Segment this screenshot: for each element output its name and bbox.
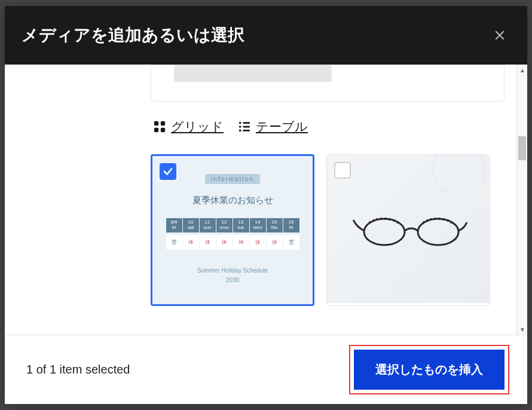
close-button[interactable] [489,25,510,46]
svg-point-25 [442,218,445,221]
view-grid-button[interactable]: グリッド [153,118,224,135]
view-table-button[interactable]: テーブル [238,118,308,135]
svg-point-6 [239,126,241,128]
svg-point-8 [239,130,241,132]
list-icon [238,120,251,133]
selection-count: 1 of 1 item selected [26,363,130,377]
svg-point-17 [389,218,391,221]
poster-calendar-body: 営 休 休 休 休 休 休 営 [166,235,299,249]
view-switch: グリッド テーブル [151,118,505,135]
scroll-down-button[interactable]: ▼ [517,324,527,335]
scrollbar-thumb[interactable] [518,136,526,160]
svg-point-26 [447,219,449,222]
svg-point-19 [396,221,399,224]
close-icon [494,29,506,41]
content: グリッド テーブル [5,65,516,306]
svg-rect-2 [154,128,158,132]
svg-point-23 [434,218,436,220]
media-thumbnail [327,155,490,303]
view-table-label: テーブル [256,118,308,135]
checkmark-icon [163,166,173,177]
svg-point-18 [393,219,395,222]
svg-point-27 [450,221,452,224]
svg-rect-3 [161,128,165,132]
scrollbar[interactable]: ▲ ▼ [516,65,527,335]
svg-point-12 [369,221,371,224]
dropzone-placeholder [174,65,332,82]
svg-point-14 [376,218,378,221]
svg-rect-0 [154,121,158,126]
svg-rect-9 [243,130,250,131]
poster-info-pill: information [205,174,259,184]
svg-point-4 [239,122,241,124]
svg-point-21 [426,219,429,222]
grid-icon [153,120,166,133]
scroll-up-button[interactable]: ▲ [517,65,527,75]
svg-point-13 [372,219,375,222]
scroll-area: グリッド テーブル [5,65,516,335]
svg-point-20 [423,221,425,224]
view-grid-label: グリッド [171,118,224,135]
svg-rect-7 [243,126,250,128]
media-picker-modal: メディアを追加あるいは選択 グリッド [5,6,527,404]
media-item[interactable]: information 夏季休業のお知らせ 8/9fri 10sat 11sun… [151,154,314,306]
media-item[interactable] [326,154,490,306]
modal-footer: 1 of 1 item selected 選択したものを挿入 [5,335,527,404]
svg-point-24 [438,218,441,220]
poster-calendar-head: 8/9fri 10sat 11sun 12mon 13tue 14wed 15t… [166,218,299,232]
product-preview [327,155,490,303]
modal-header: メディアを追加あるいは選択 [5,6,527,65]
select-checkbox[interactable] [334,162,351,179]
svg-rect-1 [161,121,165,126]
modal-title: メディアを追加あるいは選択 [22,24,244,47]
modal-body: グリッド テーブル [5,65,527,335]
insert-highlight: 選択したものを挿入 [349,345,509,394]
upload-dropzone[interactable] [151,65,505,102]
svg-rect-5 [243,122,250,124]
svg-point-16 [384,218,387,220]
poster-subtitle: Summer Holiday Schedule 2030 [197,266,268,285]
media-grid: information 夏季休業のお知らせ 8/9fri 10sat 11sun… [151,154,505,306]
insert-selected-button[interactable]: 選択したものを挿入 [354,350,505,390]
poster-preview: information 夏季休業のお知らせ 8/9fri 10sat 11sun… [152,156,313,304]
poster-title: 夏季休業のお知らせ [192,195,273,206]
svg-point-22 [430,218,432,221]
svg-point-15 [380,218,383,220]
media-thumbnail: information 夏季休業のお知らせ 8/9fri 10sat 11sun… [152,156,313,304]
select-checkbox[interactable] [160,163,176,180]
